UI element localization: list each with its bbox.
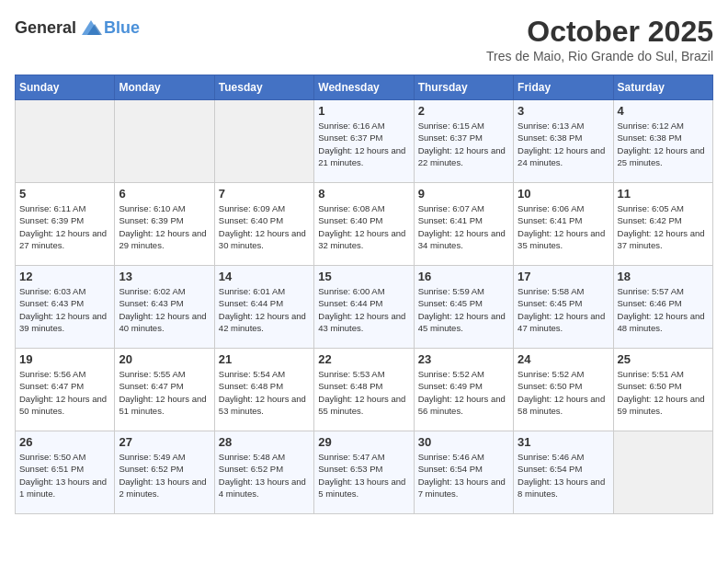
calendar-cell: 16Sunrise: 5:59 AMSunset: 6:45 PMDayligh… — [414, 266, 513, 349]
day-header: Wednesday — [314, 75, 414, 100]
calendar-cell: 5Sunrise: 6:11 AMSunset: 6:39 PMDaylight… — [16, 183, 115, 266]
day-info: Sunrise: 5:57 AMSunset: 6:46 PMDaylight:… — [618, 285, 709, 334]
calendar-cell: 22Sunrise: 5:53 AMSunset: 6:48 PMDayligh… — [314, 349, 414, 431]
day-number: 3 — [518, 104, 609, 118]
title-area: October 2025 Tres de Maio, Rio Grande do… — [486, 15, 713, 63]
day-number: 12 — [19, 270, 110, 283]
day-info: Sunrise: 6:15 AMSunset: 6:37 PMDaylight:… — [418, 120, 509, 168]
calendar-cell: 23Sunrise: 5:52 AMSunset: 6:49 PMDayligh… — [414, 349, 513, 431]
logo-blue: Blue — [104, 18, 140, 38]
day-info: Sunrise: 6:10 AMSunset: 6:39 PMDaylight:… — [119, 202, 210, 251]
calendar-week-row: 19Sunrise: 5:56 AMSunset: 6:47 PMDayligh… — [16, 349, 713, 431]
day-info: Sunrise: 5:46 AMSunset: 6:54 PMDaylight:… — [518, 451, 609, 500]
day-number: 6 — [119, 187, 210, 201]
calendar-week-row: 26Sunrise: 5:50 AMSunset: 6:51 PMDayligh… — [16, 431, 713, 514]
calendar-cell: 19Sunrise: 5:56 AMSunset: 6:47 PMDayligh… — [16, 349, 115, 431]
day-number: 8 — [318, 187, 409, 201]
day-number: 10 — [518, 187, 609, 201]
logo-icon — [78, 15, 104, 40]
day-number: 28 — [219, 435, 310, 449]
calendar-cell: 28Sunrise: 5:48 AMSunset: 6:52 PMDayligh… — [214, 431, 313, 514]
location-title: Tres de Maio, Rio Grande do Sul, Brazil — [486, 49, 713, 63]
day-info: Sunrise: 6:00 AMSunset: 6:44 PMDaylight:… — [318, 285, 409, 334]
calendar-cell: 31Sunrise: 5:46 AMSunset: 6:54 PMDayligh… — [514, 431, 613, 514]
calendar-cell: 10Sunrise: 6:06 AMSunset: 6:41 PMDayligh… — [514, 183, 613, 266]
calendar-cell: 12Sunrise: 6:03 AMSunset: 6:43 PMDayligh… — [16, 266, 115, 349]
calendar-cell: 30Sunrise: 5:46 AMSunset: 6:54 PMDayligh… — [414, 431, 513, 514]
day-number: 13 — [119, 270, 210, 283]
day-info: Sunrise: 5:54 AMSunset: 6:48 PMDaylight:… — [219, 368, 310, 417]
logo-general: General — [15, 18, 76, 38]
calendar-week-row: 12Sunrise: 6:03 AMSunset: 6:43 PMDayligh… — [16, 266, 713, 349]
day-number: 23 — [418, 352, 509, 366]
day-header: Friday — [514, 75, 613, 100]
day-info: Sunrise: 5:53 AMSunset: 6:48 PMDaylight:… — [318, 368, 409, 417]
day-info: Sunrise: 6:09 AMSunset: 6:40 PMDaylight:… — [219, 202, 310, 251]
day-number: 14 — [219, 270, 310, 283]
calendar-cell: 15Sunrise: 6:00 AMSunset: 6:44 PMDayligh… — [314, 266, 414, 349]
day-number: 24 — [518, 352, 609, 366]
calendar-cell — [115, 100, 214, 183]
calendar-cell: 3Sunrise: 6:13 AMSunset: 6:38 PMDaylight… — [514, 100, 613, 183]
day-header: Monday — [115, 75, 214, 100]
day-number: 4 — [618, 104, 709, 118]
day-number: 1 — [318, 104, 409, 118]
calendar-cell: 14Sunrise: 6:01 AMSunset: 6:44 PMDayligh… — [214, 266, 313, 349]
calendar-cell: 27Sunrise: 5:49 AMSunset: 6:52 PMDayligh… — [115, 431, 214, 514]
day-number: 5 — [19, 187, 110, 201]
day-number: 17 — [518, 270, 609, 283]
day-info: Sunrise: 6:05 AMSunset: 6:42 PMDaylight:… — [618, 202, 709, 251]
calendar-cell: 7Sunrise: 6:09 AMSunset: 6:40 PMDaylight… — [214, 183, 313, 266]
calendar-cell: 2Sunrise: 6:15 AMSunset: 6:37 PMDaylight… — [414, 100, 513, 183]
calendar-cell: 29Sunrise: 5:47 AMSunset: 6:53 PMDayligh… — [314, 431, 414, 514]
day-info: Sunrise: 6:07 AMSunset: 6:41 PMDaylight:… — [418, 202, 509, 251]
calendar-cell: 26Sunrise: 5:50 AMSunset: 6:51 PMDayligh… — [16, 431, 115, 514]
calendar-week-row: 5Sunrise: 6:11 AMSunset: 6:39 PMDaylight… — [16, 183, 713, 266]
day-number: 15 — [318, 270, 409, 283]
day-number: 18 — [618, 270, 709, 283]
day-info: Sunrise: 5:52 AMSunset: 6:49 PMDaylight:… — [418, 368, 509, 417]
day-header: Tuesday — [214, 75, 313, 100]
day-info: Sunrise: 6:11 AMSunset: 6:39 PMDaylight:… — [19, 202, 110, 251]
day-number: 7 — [219, 187, 310, 201]
day-number: 21 — [219, 352, 310, 366]
day-info: Sunrise: 5:50 AMSunset: 6:51 PMDaylight:… — [19, 451, 110, 500]
day-number: 22 — [318, 352, 409, 366]
month-title: October 2025 — [486, 15, 713, 49]
logo: General Blue — [15, 15, 140, 40]
day-number: 11 — [618, 187, 709, 201]
day-number: 25 — [618, 352, 709, 366]
day-info: Sunrise: 5:51 AMSunset: 6:50 PMDaylight:… — [618, 368, 709, 417]
day-number: 27 — [119, 435, 210, 449]
day-header: Thursday — [414, 75, 513, 100]
day-info: Sunrise: 5:46 AMSunset: 6:54 PMDaylight:… — [418, 451, 509, 500]
calendar-cell: 8Sunrise: 6:08 AMSunset: 6:40 PMDaylight… — [314, 183, 414, 266]
day-info: Sunrise: 5:58 AMSunset: 6:45 PMDaylight:… — [518, 285, 609, 334]
calendar-cell: 1Sunrise: 6:16 AMSunset: 6:37 PMDaylight… — [314, 100, 414, 183]
calendar-cell: 21Sunrise: 5:54 AMSunset: 6:48 PMDayligh… — [214, 349, 313, 431]
calendar-week-row: 1Sunrise: 6:16 AMSunset: 6:37 PMDaylight… — [16, 100, 713, 183]
calendar-cell — [613, 431, 712, 514]
header: General Blue October 2025 Tres de Maio, … — [15, 15, 713, 63]
day-header: Saturday — [613, 75, 712, 100]
calendar-cell: 13Sunrise: 6:02 AMSunset: 6:43 PMDayligh… — [115, 266, 214, 349]
day-info: Sunrise: 5:47 AMSunset: 6:53 PMDaylight:… — [318, 451, 409, 500]
calendar-table: SundayMondayTuesdayWednesdayThursdayFrid… — [15, 75, 713, 514]
day-info: Sunrise: 6:13 AMSunset: 6:38 PMDaylight:… — [518, 120, 609, 168]
day-number: 9 — [418, 187, 509, 201]
day-info: Sunrise: 6:16 AMSunset: 6:37 PMDaylight:… — [318, 120, 409, 168]
day-number: 29 — [318, 435, 409, 449]
day-number: 19 — [19, 352, 110, 366]
day-info: Sunrise: 5:48 AMSunset: 6:52 PMDaylight:… — [219, 451, 310, 500]
day-info: Sunrise: 6:06 AMSunset: 6:41 PMDaylight:… — [518, 202, 609, 251]
calendar-cell: 9Sunrise: 6:07 AMSunset: 6:41 PMDaylight… — [414, 183, 513, 266]
day-number: 20 — [119, 352, 210, 366]
calendar-cell: 17Sunrise: 5:58 AMSunset: 6:45 PMDayligh… — [514, 266, 613, 349]
day-number: 30 — [418, 435, 509, 449]
day-info: Sunrise: 5:56 AMSunset: 6:47 PMDaylight:… — [19, 368, 110, 417]
calendar-cell: 24Sunrise: 5:52 AMSunset: 6:50 PMDayligh… — [514, 349, 613, 431]
day-info: Sunrise: 6:01 AMSunset: 6:44 PMDaylight:… — [219, 285, 310, 334]
day-number: 31 — [518, 435, 609, 449]
days-header-row: SundayMondayTuesdayWednesdayThursdayFrid… — [16, 75, 713, 100]
calendar-cell: 11Sunrise: 6:05 AMSunset: 6:42 PMDayligh… — [613, 183, 712, 266]
